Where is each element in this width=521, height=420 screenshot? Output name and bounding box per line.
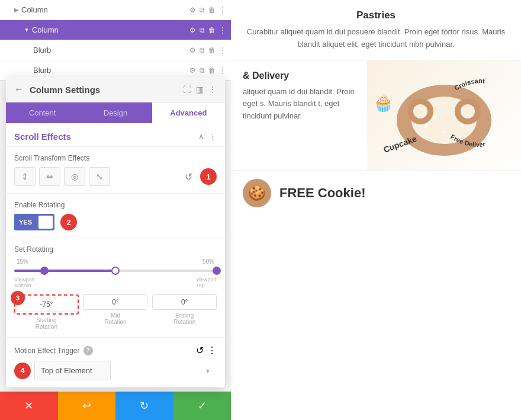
slider-thumb-start[interactable] (40, 267, 49, 275)
svg-point-5 (461, 104, 475, 118)
settings-icon[interactable]: ⚙ (189, 6, 196, 14)
pastries-section: Pastries Curabitur aliquet quam id dui p… (231, 0, 521, 61)
layer-item-col-active[interactable]: ▼ Column ⚙ ⧉ 🗑 ⋮ (0, 20, 231, 40)
layer-label: Column (32, 25, 189, 34)
badge-4[interactable]: 4 (14, 363, 31, 379)
collapse-icon[interactable]: ∧ (198, 132, 204, 141)
starting-rotation-input[interactable] (17, 297, 76, 312)
expand-icon[interactable]: ⛶ (183, 85, 191, 94)
starting-rotation-box: 3 (14, 294, 79, 315)
slider-fill (14, 270, 115, 272)
layer-item-col-parent[interactable]: ▶ Column ⚙ ⧉ 🗑 ⋮ (0, 0, 231, 20)
section-actions: ∧ ⋮ (198, 132, 217, 141)
modal-back-button[interactable]: ← (14, 84, 24, 95)
effect-vertical-btn[interactable]: ⇕ (14, 167, 36, 186)
save-button[interactable]: ✓ (173, 392, 231, 420)
redo-button[interactable]: ↻ (115, 392, 173, 420)
motion-trigger-label: Motion Effect Trigger (14, 347, 80, 355)
viewport-labels: ViewportBottom ViewportTop (14, 277, 217, 288)
mid-rotation-input[interactable] (83, 294, 148, 310)
copy-icon[interactable]: ⧉ (200, 46, 205, 54)
svg-point-3 (413, 104, 427, 118)
reset-trigger-icon[interactable]: ↺ (196, 345, 204, 356)
modal-actions: ⛶ ▥ ⋮ (183, 85, 217, 94)
reset-button[interactable]: ↩ (58, 392, 116, 420)
settings-icon[interactable]: ⚙ (189, 26, 196, 34)
transform-label: Scroll Transform Effects (14, 154, 217, 162)
enable-rotating-section: Enable Rotating YES 2 (6, 194, 225, 238)
slider-thumb-mid[interactable] (111, 267, 120, 275)
arrow-icon: ▼ (24, 27, 30, 33)
badge-1[interactable]: 1 (200, 168, 217, 185)
percent-50-label: 50% (202, 258, 214, 265)
copy-icon[interactable]: ⧉ (200, 26, 205, 34)
layer-item-blurb1[interactable]: Blurb ⚙ ⧉ 🗑 ⋮ (0, 40, 231, 60)
pretzel-svg: Croissant Free Deliver Cupcake 🧁 (367, 61, 521, 168)
scroll-effects-header: Scroll Effects ∧ ⋮ (6, 123, 225, 147)
trash-icon[interactable]: 🗑 (208, 26, 216, 34)
tab-design[interactable]: Design (79, 102, 152, 123)
columns-icon[interactable]: ▥ (196, 85, 204, 94)
badge-2[interactable]: 2 (60, 214, 77, 230)
copy-icon[interactable]: ⧉ (200, 66, 205, 75)
layer-icons: ⚙ ⧉ 🗑 ⋮ (189, 46, 226, 54)
more-icon[interactable]: ⋮ (208, 85, 217, 94)
effect-icons: ⇕ ⇔ ◎ ⤡ ↺ 1 (14, 167, 217, 186)
effect-blur-btn[interactable]: ◎ (64, 167, 85, 186)
reset-button[interactable]: ↺ (180, 168, 197, 185)
set-rotating-label: Set Rotating (14, 245, 217, 254)
pretzel-area: Croissant Free Deliver Cupcake 🧁 (367, 61, 521, 170)
badge-3[interactable]: 3 (11, 291, 25, 305)
column-settings-modal: ← Column Settings ⛶ ▥ ⋮ Content Design A… (6, 77, 225, 387)
slider-track[interactable] (14, 270, 217, 272)
copy-icon[interactable]: ⧉ (200, 6, 205, 14)
more-icon[interactable]: ⋮ (219, 26, 226, 34)
layer-icons: ⚙ ⧉ 🗑 ⋮ (189, 66, 226, 75)
trash-icon[interactable]: 🗑 (208, 6, 216, 14)
tab-content[interactable]: Content (6, 102, 79, 123)
starting-rotation-field: 3 StartingRotation (14, 294, 79, 330)
slider-thumb-end[interactable] (213, 267, 221, 275)
viewport-bottom-label: ViewportBottom (14, 277, 35, 288)
more-icon[interactable]: ⋮ (219, 6, 226, 14)
trigger-select[interactable]: Top of Element Center of Element Bottom … (34, 361, 111, 380)
effect-scale-btn[interactable]: ⤡ (89, 167, 110, 186)
scroll-effects-title: Scroll Effects (14, 132, 198, 142)
help-icon[interactable]: ? (83, 346, 93, 355)
layer-label: Blurb (33, 66, 189, 75)
mid-section: & Delivery aliquet quam id dui blandit. … (231, 61, 521, 170)
modal-body: Scroll Effects ∧ ⋮ Scroll Transform Effe… (6, 123, 225, 387)
svg-point-9 (434, 116, 437, 118)
tab-advanced[interactable]: Advanced (152, 102, 225, 123)
cookie-icon: 🍪 (243, 179, 271, 207)
pastries-title: Pastries (243, 9, 509, 21)
trash-icon[interactable]: 🗑 (208, 46, 216, 54)
trash-icon[interactable]: 🗑 (208, 66, 216, 75)
mid-rotation-field: MidRotation (83, 294, 148, 330)
bottom-bar: ✕ ↩ ↻ ✓ (0, 392, 231, 420)
left-panel: ▶ Column ⚙ ⧉ 🗑 ⋮ ▼ Column ⚙ ⧉ 🗑 ⋮ (0, 0, 231, 420)
right-panel: Pastries Curabitur aliquet quam id dui p… (231, 0, 521, 420)
more-icon[interactable]: ⋮ (219, 66, 226, 75)
toggle-row: YES 2 (14, 214, 217, 230)
slider-container: 15% 50% ViewportBottom ViewportTop (14, 258, 217, 288)
cookie-section: 🍪 FREE Cookie! (231, 170, 521, 216)
rotation-inputs: 3 StartingRotation MidRotation (14, 294, 217, 330)
layer-icons: ⚙ ⧉ 🗑 ⋮ (189, 6, 226, 14)
settings-icon[interactable]: ⚙ (189, 46, 196, 54)
motion-label-row: Motion Effect Trigger ? ↺ ⋮ (14, 345, 217, 356)
viewport-top-label: ViewportTop (196, 277, 217, 288)
ending-rotation-box (152, 294, 217, 310)
more-icon[interactable]: ⋮ (219, 46, 226, 54)
mid-rotation-label: MidRotation (83, 312, 148, 325)
enable-rotating-toggle[interactable]: YES (14, 214, 54, 230)
set-rotating-section: Set Rotating 15% 50% ViewportBottom (6, 238, 225, 338)
percent-15-label: 15% (17, 258, 28, 265)
layer-tree: ▶ Column ⚙ ⧉ 🗑 ⋮ ▼ Column ⚙ ⧉ 🗑 ⋮ (0, 0, 231, 81)
effect-horizontal-btn[interactable]: ⇔ (39, 167, 60, 186)
section-more-icon[interactable]: ⋮ (209, 132, 217, 141)
more-trigger-icon[interactable]: ⋮ (207, 345, 217, 356)
settings-icon[interactable]: ⚙ (189, 66, 196, 75)
cancel-button[interactable]: ✕ (0, 392, 58, 420)
ending-rotation-input[interactable] (152, 294, 217, 310)
